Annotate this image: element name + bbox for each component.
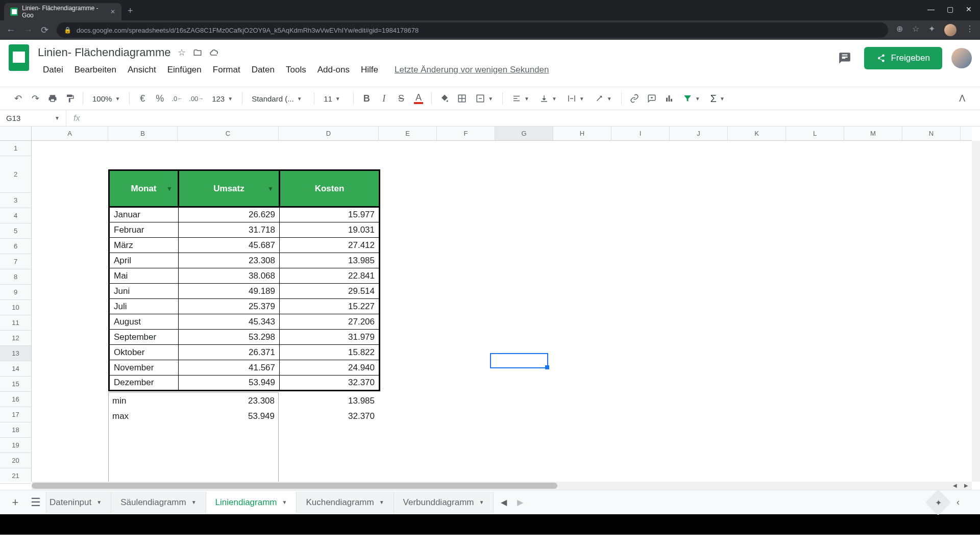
sheet-tab[interactable]: Kuchendiagramm▼ bbox=[297, 492, 394, 513]
sheet-prev-icon[interactable]: ◀ bbox=[501, 497, 507, 507]
row-header[interactable]: 7 bbox=[0, 254, 31, 269]
zoom-select[interactable]: 100%▼ bbox=[88, 94, 124, 103]
row-header[interactable]: 14 bbox=[0, 361, 31, 377]
comment-button[interactable] bbox=[644, 91, 659, 106]
spreadsheet-grid[interactable]: ABCDEFGHIJKLMN 1234567891011121314151617… bbox=[0, 127, 980, 490]
menu-einfuegen[interactable]: Einfügen bbox=[162, 63, 207, 77]
horizontal-scrollbar[interactable] bbox=[32, 482, 972, 490]
star-doc-icon[interactable]: ☆ bbox=[178, 47, 186, 58]
row-header[interactable]: 6 bbox=[0, 239, 31, 254]
close-window-icon[interactable]: ✕ bbox=[966, 5, 972, 13]
sheets-logo-icon[interactable] bbox=[5, 44, 33, 71]
row-header[interactable]: 10 bbox=[0, 300, 31, 315]
cells-area[interactable]: Monat▼ Umsatz▼ Kosten Januar26.62915.977… bbox=[32, 141, 972, 482]
menu-ansicht[interactable]: Ansicht bbox=[122, 63, 161, 77]
column-header[interactable]: A bbox=[32, 127, 108, 140]
font-select[interactable]: Standard (...▼ bbox=[248, 94, 309, 103]
url-input[interactable]: 🔒 docs.google.com/spreadsheets/d/16sZAG8… bbox=[57, 22, 888, 38]
column-header[interactable]: D bbox=[279, 127, 379, 140]
chevron-down-icon[interactable]: ▼ bbox=[379, 499, 384, 505]
menu-tools[interactable]: Tools bbox=[281, 63, 311, 77]
selected-cell[interactable] bbox=[490, 353, 548, 368]
functions-button[interactable]: Σ▼ bbox=[706, 93, 729, 105]
select-all-corner[interactable] bbox=[0, 127, 32, 141]
chevron-down-icon[interactable]: ▼ bbox=[479, 499, 484, 505]
font-size-select[interactable]: 11▼ bbox=[320, 94, 348, 103]
star-icon[interactable]: ☆ bbox=[912, 24, 919, 36]
new-tab-button[interactable]: + bbox=[121, 2, 139, 20]
menu-format[interactable]: Format bbox=[208, 63, 246, 77]
increase-decimal-button[interactable]: .00→ bbox=[187, 91, 206, 106]
h-align-button[interactable]: ▼ bbox=[508, 94, 533, 103]
add-sheet-button[interactable]: + bbox=[5, 492, 26, 513]
formula-input[interactable] bbox=[87, 110, 980, 126]
column-header[interactable]: M bbox=[844, 127, 902, 140]
tab-close-icon[interactable]: ✕ bbox=[110, 8, 115, 15]
column-header[interactable]: N bbox=[902, 127, 961, 140]
name-box[interactable]: G13 ▼ bbox=[0, 110, 66, 126]
column-header[interactable]: B bbox=[108, 127, 178, 140]
scroll-left-icon[interactable]: ◀ bbox=[949, 482, 961, 490]
column-header[interactable]: J bbox=[670, 127, 728, 140]
document-title[interactable]: Linien- Flächendiagramme bbox=[38, 46, 170, 59]
all-sheets-button[interactable]: ☰ bbox=[26, 492, 46, 513]
column-header[interactable]: F bbox=[437, 127, 495, 140]
number-format-select[interactable]: 123▼ bbox=[208, 94, 237, 103]
last-edit-link[interactable]: Letzte Änderung vor wenigen Sekunden bbox=[395, 65, 549, 75]
chevron-down-icon[interactable]: ▼ bbox=[282, 499, 287, 505]
undo-icon[interactable]: ↶ bbox=[10, 91, 26, 106]
column-header[interactable]: C bbox=[178, 127, 279, 140]
row-header[interactable]: 16 bbox=[0, 392, 31, 407]
chevron-down-icon[interactable]: ▼ bbox=[191, 499, 197, 505]
scrollbar-thumb[interactable] bbox=[32, 483, 557, 489]
row-header[interactable]: 1 bbox=[0, 141, 31, 156]
fill-color-button[interactable] bbox=[437, 91, 452, 106]
row-header[interactable]: 15 bbox=[0, 377, 31, 392]
rotate-button[interactable]: ▼ bbox=[591, 94, 616, 103]
percent-button[interactable]: % bbox=[152, 91, 167, 106]
forward-icon[interactable]: → bbox=[23, 25, 33, 36]
side-panel-toggle-icon[interactable]: ‹ bbox=[957, 497, 975, 508]
row-header[interactable]: 4 bbox=[0, 208, 31, 223]
zoom-icon[interactable]: ⊕ bbox=[896, 24, 903, 36]
row-header[interactable]: 12 bbox=[0, 331, 31, 346]
sheet-tab[interactable]: Liniendiagramm▼ bbox=[206, 491, 297, 513]
menu-datei[interactable]: Datei bbox=[38, 63, 68, 77]
column-header[interactable]: K bbox=[728, 127, 786, 140]
menu-addons[interactable]: Add-ons bbox=[312, 63, 355, 77]
currency-button[interactable]: € bbox=[135, 91, 150, 106]
column-header[interactable]: G bbox=[495, 127, 553, 140]
header-umsatz[interactable]: Umsatz▼ bbox=[179, 170, 280, 207]
row-header[interactable]: 18 bbox=[0, 422, 31, 438]
menu-daten[interactable]: Daten bbox=[247, 63, 280, 77]
wrap-button[interactable]: ▼ bbox=[563, 94, 589, 103]
fill-handle[interactable] bbox=[545, 365, 549, 369]
share-button[interactable]: Freigeben bbox=[864, 47, 942, 69]
row-header[interactable]: 2 bbox=[0, 156, 31, 193]
vertical-scrollbar[interactable] bbox=[972, 141, 980, 482]
strikethrough-button[interactable]: S bbox=[394, 91, 409, 106]
extensions-icon[interactable]: ✦ bbox=[928, 24, 935, 36]
collapse-toolbar-icon[interactable]: ᐱ bbox=[954, 91, 970, 106]
print-icon[interactable] bbox=[45, 91, 60, 106]
chart-button[interactable] bbox=[662, 91, 677, 106]
row-header[interactable]: 21 bbox=[0, 468, 31, 484]
sheet-tab[interactable]: Verbunddiagramm▼ bbox=[394, 492, 494, 513]
row-header[interactable]: 8 bbox=[0, 269, 31, 285]
explore-button[interactable]: ✦ bbox=[925, 489, 951, 515]
minimize-icon[interactable]: ― bbox=[927, 5, 935, 13]
column-header[interactable]: I bbox=[611, 127, 670, 140]
column-header[interactable]: L bbox=[786, 127, 844, 140]
merge-button[interactable]: ▼ bbox=[472, 94, 497, 103]
italic-button[interactable]: I bbox=[376, 91, 391, 106]
menu-icon[interactable]: ⋮ bbox=[966, 24, 974, 36]
row-header[interactable]: 11 bbox=[0, 315, 31, 331]
bold-button[interactable]: B bbox=[359, 91, 374, 106]
maximize-icon[interactable]: ▢ bbox=[947, 5, 953, 13]
row-header[interactable]: 20 bbox=[0, 453, 31, 468]
back-icon[interactable]: ← bbox=[6, 25, 15, 36]
paint-format-icon[interactable] bbox=[62, 91, 78, 106]
sheet-tab[interactable]: Dateninput▼ bbox=[46, 492, 111, 513]
profile-avatar-icon[interactable] bbox=[944, 24, 957, 36]
browser-tab[interactable]: Linien- Flächendiagramme - Goo ✕ bbox=[4, 3, 121, 20]
